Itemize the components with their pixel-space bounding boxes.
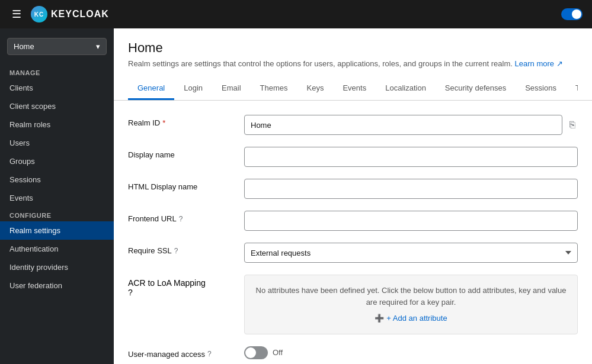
require-ssl-label: Require SSL ?: [128, 243, 235, 255]
main-layout: Home ▾ Manage Clients Client scopes Real…: [0, 28, 592, 364]
realm-id-row: Realm ID * ⎘: [128, 115, 578, 135]
user-managed-access-label: User-managed access ?: [128, 346, 235, 359]
logo-icon: KC: [31, 6, 47, 22]
user-managed-access-row: User-managed access ? Off: [128, 346, 578, 359]
realm-select-arrow: ▾: [96, 42, 100, 51]
toggle-label: Off: [273, 348, 283, 357]
sidebar-item-realm-roles-label: Realm roles: [9, 120, 50, 129]
navbar: ☰ KC KEYCLOAK: [0, 0, 592, 28]
add-attribute-link[interactable]: ➕ + Add an attribute: [375, 313, 447, 324]
content-area: Home Realm settings are settings that co…: [114, 28, 592, 364]
sidebar-item-users[interactable]: Users: [0, 134, 114, 152]
page-subtitle: Realm settings are settings that control…: [128, 59, 578, 68]
add-attribute-label: + Add an attribute: [386, 313, 447, 324]
sidebar-item-groups-label: Groups: [9, 157, 35, 166]
tab-sessions[interactable]: Sessions: [516, 78, 566, 100]
sidebar-item-events[interactable]: Events: [0, 189, 114, 207]
logo-text: KEYCLOAK: [51, 9, 109, 20]
sidebar-item-sessions-label: Sessions: [9, 175, 41, 184]
require-ssl-control: External requests None All requests: [244, 243, 578, 263]
acr-info-box: No attributes have been defined yet. Cli…: [244, 275, 578, 334]
sidebar-item-identity-providers-label: Identity providers: [9, 263, 68, 272]
sidebar-item-sessions[interactable]: Sessions: [0, 170, 114, 189]
configure-section-label: Configure: [0, 207, 114, 221]
sidebar-item-clients[interactable]: Clients: [0, 79, 114, 97]
add-icon: ➕: [375, 313, 384, 324]
page-header: Home Realm settings are settings that co…: [114, 28, 592, 101]
html-display-name-label: HTML Display name: [128, 179, 235, 191]
manage-section-label: Manage: [0, 65, 114, 79]
learn-more-link[interactable]: Learn more ↗: [515, 59, 563, 68]
tab-security-defenses[interactable]: Security defenses: [436, 78, 516, 100]
tab-tokens[interactable]: Tokens: [566, 78, 578, 100]
frontend-url-input[interactable]: [244, 211, 578, 231]
acr-label: ACR to LoA Mapping: [128, 278, 206, 288]
page-title: Home: [128, 40, 578, 56]
user-managed-access-control: Off: [244, 346, 578, 359]
sidebar-item-groups[interactable]: Groups: [0, 152, 114, 170]
realm-id-control: ⎘: [244, 115, 578, 135]
realm-select[interactable]: Home ▾: [7, 38, 107, 55]
display-name-label: Display name: [128, 147, 235, 159]
require-ssl-select[interactable]: External requests None All requests: [244, 243, 578, 263]
sidebar-item-realm-settings[interactable]: Realm settings: [0, 221, 114, 240]
sidebar-item-client-scopes[interactable]: Client scopes: [0, 97, 114, 115]
form-area: Realm ID * ⎘ Display name: [114, 101, 592, 364]
acr-control: No attributes have been defined yet. Cli…: [244, 275, 578, 334]
acr-label-wrap: ACR to LoA Mapping ?: [128, 275, 235, 297]
tab-themes[interactable]: Themes: [251, 78, 297, 100]
frontend-url-help-icon[interactable]: ?: [179, 215, 183, 223]
navbar-toggle[interactable]: [561, 8, 583, 20]
sidebar-item-authentication-label: Authentication: [9, 244, 58, 253]
sidebar-item-realm-roles[interactable]: Realm roles: [0, 115, 114, 134]
sidebar-item-user-federation[interactable]: User federation: [0, 276, 114, 295]
require-ssl-row: Require SSL ? External requests None All…: [128, 243, 578, 263]
user-managed-access-help-icon[interactable]: ?: [207, 350, 212, 358]
sidebar-item-client-scopes-label: Client scopes: [9, 102, 56, 111]
page-subtitle-text: Realm settings are settings that control…: [128, 59, 513, 68]
sidebar-item-authentication[interactable]: Authentication: [0, 240, 114, 258]
frontend-url-row: Frontend URL ?: [128, 211, 578, 231]
copy-icon[interactable]: ⎘: [567, 117, 578, 133]
realm-select-label: Home: [14, 42, 34, 51]
navbar-right: [561, 8, 583, 20]
acr-help-icon[interactable]: ?: [128, 288, 133, 297]
display-name-control: [244, 147, 578, 167]
user-managed-access-toggle[interactable]: [244, 346, 268, 359]
html-display-name-row: HTML Display name: [128, 179, 578, 199]
sidebar-item-realm-settings-label: Realm settings: [9, 226, 60, 235]
html-display-name-control: [244, 179, 578, 199]
logo: KC KEYCLOAK: [31, 6, 109, 22]
tab-general[interactable]: General: [128, 78, 174, 100]
frontend-url-control: [244, 211, 578, 231]
display-name-input[interactable]: [244, 147, 578, 167]
realm-id-required: *: [162, 118, 165, 127]
tab-events[interactable]: Events: [333, 78, 376, 100]
sidebar-item-user-federation-label: User federation: [9, 281, 62, 290]
realm-id-label: Realm ID *: [128, 115, 235, 127]
display-name-row: Display name: [128, 147, 578, 167]
tabs-bar: General Login Email Themes Keys Events L…: [128, 78, 578, 100]
tab-keys[interactable]: Keys: [297, 78, 334, 100]
hamburger-menu[interactable]: ☰: [9, 5, 24, 23]
html-display-name-input[interactable]: [244, 179, 578, 199]
toggle-wrap: Off: [244, 346, 283, 359]
tab-email[interactable]: Email: [212, 78, 251, 100]
sidebar-item-events-label: Events: [9, 194, 33, 202]
sidebar-item-users-label: Users: [9, 138, 30, 147]
acr-mapping-row: ACR to LoA Mapping ? No attributes have …: [128, 275, 578, 334]
realm-id-input[interactable]: [244, 115, 562, 135]
tab-login[interactable]: Login: [174, 78, 212, 100]
frontend-url-label: Frontend URL ?: [128, 211, 235, 223]
sidebar: Home ▾ Manage Clients Client scopes Real…: [0, 28, 114, 364]
tab-localization[interactable]: Localization: [376, 78, 436, 100]
require-ssl-help-icon[interactable]: ?: [174, 247, 178, 255]
sidebar-item-identity-providers[interactable]: Identity providers: [0, 258, 114, 276]
sidebar-item-clients-label: Clients: [9, 83, 33, 92]
acr-empty-text: No attributes have been defined yet. Cli…: [254, 285, 568, 308]
